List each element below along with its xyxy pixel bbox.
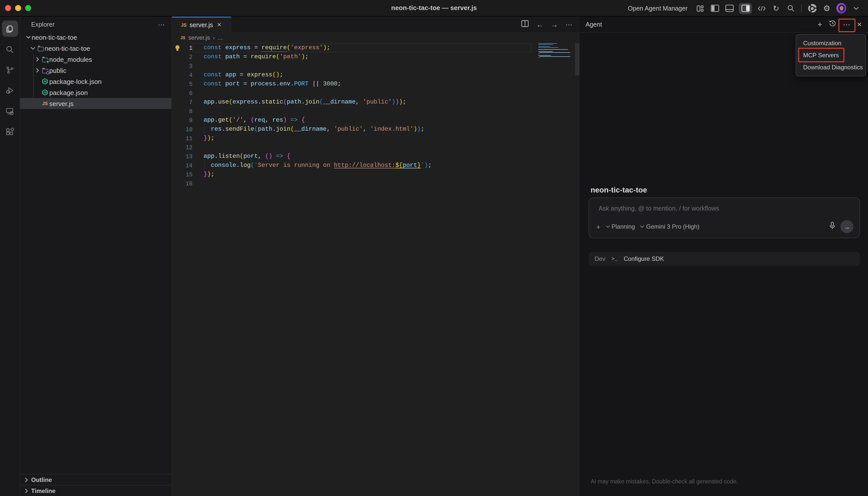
code-icon[interactable] xyxy=(756,3,766,14)
mode-selector-label: Planning xyxy=(612,223,635,230)
code-line-2[interactable]: 2const path = require('path'); xyxy=(172,52,579,61)
session-title: neon-tic-tac-toe xyxy=(591,185,647,194)
code-line-10[interactable]: 10 res.sendFile(path.join(__dirname, 'pu… xyxy=(172,125,579,134)
close-window-button[interactable] xyxy=(5,5,11,11)
mode-selector[interactable]: Planning xyxy=(606,223,635,230)
code-area[interactable]: 1const express = require('express');2con… xyxy=(172,43,579,188)
reload-icon[interactable]: ↻ xyxy=(771,3,781,14)
code-line-15[interactable]: 15}); xyxy=(172,170,579,179)
file-tree: neon-tic-tac-toeneon-tic-tac-toenode_mod… xyxy=(20,32,171,109)
minimap[interactable] xyxy=(538,43,572,59)
explorer-more-icon[interactable]: ⋯ xyxy=(158,20,165,29)
code-line-1[interactable]: 1const express = require('express'); xyxy=(172,43,579,52)
tree-item-public[interactable]: public xyxy=(20,65,171,76)
new-chat-icon[interactable]: + xyxy=(818,20,822,28)
folder-icon xyxy=(41,67,49,73)
gear-icon[interactable]: ⚙ xyxy=(822,3,832,14)
agent-header: Agent + ⋯ ✕ xyxy=(579,17,868,33)
panel-right-icon[interactable] xyxy=(739,3,752,14)
source-control-icon[interactable] xyxy=(2,62,18,78)
timeline-section[interactable]: Timeline xyxy=(20,485,171,496)
tree-item-package-lock.json[interactable]: package-lock.json xyxy=(20,76,171,87)
tree-item-label: server.js xyxy=(49,100,74,107)
navigate-forward-icon[interactable]: → xyxy=(551,21,558,28)
tree-item-node_modules[interactable]: node_modules xyxy=(20,54,171,65)
minimize-window-button[interactable] xyxy=(15,5,21,11)
avatar[interactable] xyxy=(836,3,847,14)
tree-item-package.json[interactable]: package.json xyxy=(20,87,171,98)
remote-explorer-icon[interactable] xyxy=(2,103,18,119)
split-editor-icon[interactable] xyxy=(521,20,529,29)
code-line-14[interactable]: 14 console.log(`Server is running on htt… xyxy=(172,161,579,170)
tree-item-label: public xyxy=(49,66,66,74)
agent-input[interactable]: Ask anything, @ to mention, / for workfl… xyxy=(599,205,719,212)
line-number: 4 xyxy=(172,72,192,78)
browser-logo-icon[interactable] xyxy=(807,3,817,14)
menu-item-customization[interactable]: Customization xyxy=(796,37,866,49)
chevron-down-icon[interactable] xyxy=(29,46,36,51)
tree-item-server.js[interactable]: JSserver.js xyxy=(20,98,171,109)
code-line-12[interactable]: 12 xyxy=(172,143,579,152)
extensions-icon[interactable] xyxy=(2,124,18,140)
code-line-7[interactable]: 7app.use(express.static(path.join(__dirn… xyxy=(172,97,579,107)
minimap-line xyxy=(538,46,550,47)
chevron-right-icon[interactable] xyxy=(34,57,41,62)
close-panel-icon[interactable]: ✕ xyxy=(857,21,862,27)
layout-customize-icon[interactable] xyxy=(695,3,705,14)
code-line-6[interactable]: 6 xyxy=(172,89,579,97)
breadcrumb-file[interactable]: server.js xyxy=(188,35,210,41)
code-line-16[interactable]: 16 xyxy=(172,179,579,188)
configure-sdk-row[interactable]: Dev >_ Configure SDK xyxy=(589,252,860,266)
panel-bottom-icon[interactable] xyxy=(724,3,734,14)
code-line-11[interactable]: 11}); xyxy=(172,134,579,143)
code-line-8[interactable]: 8 xyxy=(172,107,579,115)
search-icon[interactable] xyxy=(786,3,796,14)
minimap-line xyxy=(538,51,553,52)
minimap-line xyxy=(539,56,571,57)
close-tab-icon[interactable]: ✕ xyxy=(217,21,221,28)
code-line-3[interactable]: 3 xyxy=(172,61,579,71)
code-line-9[interactable]: 9app.get('/', (req, res) => { xyxy=(172,115,579,125)
send-button[interactable]: → xyxy=(840,220,853,233)
chevron-down-icon[interactable] xyxy=(25,35,32,40)
tree-item-label: package-lock.json xyxy=(49,78,102,85)
code-line-5[interactable]: 5const port = process.env.PORT || 3000; xyxy=(172,79,579,89)
editor-scrollbar[interactable] xyxy=(575,43,579,75)
agent-prompt-box[interactable]: Ask anything, @ to mention, / for workfl… xyxy=(589,198,860,238)
code-line-4[interactable]: 4const app = express(); xyxy=(172,71,579,79)
minimap-line xyxy=(539,52,571,53)
tab-server-js[interactable]: JS server.js ✕ xyxy=(172,17,231,32)
outline-section[interactable]: Outline xyxy=(20,474,171,485)
tree-item-neon-tic-tac-toe[interactable]: neon-tic-tac-toe xyxy=(20,43,171,54)
model-selector[interactable]: Gemini 3 Pro (High) xyxy=(640,223,699,230)
run-debug-icon[interactable] xyxy=(2,82,18,98)
mic-icon[interactable] xyxy=(829,222,835,232)
activity-bar xyxy=(0,17,20,496)
tab-bar: JS server.js ✕ ← → ⋯ xyxy=(172,17,579,32)
search-icon[interactable] xyxy=(2,41,18,57)
breadcrumb[interactable]: JS server.js › ... xyxy=(172,32,579,43)
breadcrumb-more[interactable]: ... xyxy=(218,35,223,41)
terminal-icon: >_ xyxy=(611,256,618,262)
breadcrumb-separator: › xyxy=(213,35,215,41)
zoom-window-button[interactable] xyxy=(25,5,31,11)
chevron-right-icon[interactable] xyxy=(34,68,41,73)
chevron-down-icon[interactable] xyxy=(851,3,861,14)
folder-icon xyxy=(41,57,49,62)
tree-item-label: neon-tic-tac-toe xyxy=(32,33,77,41)
navigate-back-icon[interactable]: ← xyxy=(536,21,543,28)
menu-item-download-diagnostics[interactable]: Download Diagnostics xyxy=(796,61,866,73)
code-line-13[interactable]: 13app.listen(port, () => { xyxy=(172,152,579,161)
lightbulb-icon[interactable] xyxy=(175,45,180,49)
panel-left-icon[interactable] xyxy=(710,3,720,14)
minimap-line xyxy=(538,57,540,58)
folder-icon xyxy=(36,46,45,51)
minimap-line xyxy=(538,43,557,44)
attach-icon[interactable]: + xyxy=(596,222,601,231)
divider xyxy=(801,4,802,12)
explorer-icon[interactable] xyxy=(2,20,18,37)
history-icon[interactable] xyxy=(829,20,836,29)
tree-item-neon-tic-tac-toe[interactable]: neon-tic-tac-toe xyxy=(20,32,171,43)
open-agent-manager-button[interactable]: Open Agent Manager xyxy=(628,5,687,12)
more-actions-icon[interactable]: ⋯ xyxy=(565,21,572,28)
